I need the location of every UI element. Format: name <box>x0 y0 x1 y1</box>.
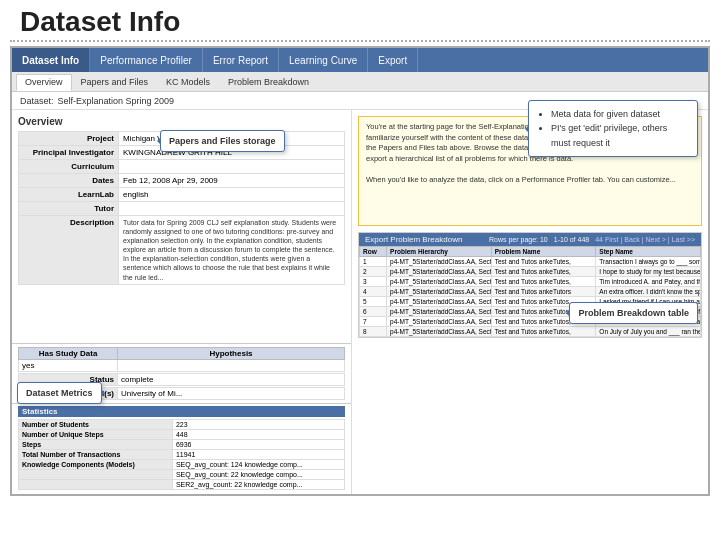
main-ui-panel: Dataset Info Performance Profiler Error … <box>10 46 710 496</box>
table-row: SEQ_avg_count: 22 knowledge compo... <box>19 470 345 480</box>
sub-tab-overview[interactable]: Overview <box>16 74 72 91</box>
table-row: Number of Students 223 <box>19 420 345 430</box>
overview-title: Overview <box>18 116 345 127</box>
tab-learning-curve[interactable]: Learning Curve <box>279 48 368 72</box>
table-cell: 6 <box>360 307 387 317</box>
row-key: Tutor <box>19 202 119 216</box>
table-cell: 7 <box>360 317 387 327</box>
table-cell: p4-MT_5Starter/addClass.AA, Section W <box>387 277 492 287</box>
statistics-title: Statistics <box>18 406 345 417</box>
stat-label: Knowledge Components (Models) <box>19 460 173 470</box>
table-row: Description Tutor data for Spring 2009 C… <box>19 216 345 285</box>
sub-tab-kc-models[interactable]: KC Models <box>157 74 219 91</box>
stat-label: Number of Unique Steps <box>19 430 173 440</box>
table-cell: Test and Tutos ankeTutes, <box>491 267 596 277</box>
row-value <box>119 202 345 216</box>
tab-performance-profiler[interactable]: Performance Profiler <box>90 48 203 72</box>
tab-error-report[interactable]: Error Report <box>203 48 279 72</box>
callout-papers-label: Papers and Files storage <box>169 136 276 146</box>
row-key: Description <box>19 216 119 285</box>
stat-label: Total Number of Transactions <box>19 450 173 460</box>
callout-problem-breakdown: Problem Breakdown table <box>569 302 698 324</box>
table-row: 8p4-MT_5Starter/addClass.AA, Section WTe… <box>360 327 701 337</box>
table-cell: 3 <box>360 277 387 287</box>
callout-meta-data: Meta data for given dataset PI's get 'ed… <box>528 100 698 157</box>
sub-tab-papers-files[interactable]: Papers and Files <box>72 74 158 91</box>
dataset-label: Dataset: <box>20 96 54 106</box>
dataset-name: Self-Explanation Spring 2009 <box>58 96 175 106</box>
col-problem-hierarchy: Problem Hierarchy <box>387 247 492 257</box>
table-row: Tutor <box>19 202 345 216</box>
stat-label <box>19 470 173 480</box>
table-cell: p4-MT_5Starter/addClass.AA, Section W <box>387 317 492 327</box>
table-cell: Test and Tutos ankeTutes, <box>491 277 596 287</box>
table-row: 4p4-MT_5Starter/addClass.AA, Section WTe… <box>360 287 701 297</box>
table-cell: Test and Tutos ankeTutos, <box>491 327 596 337</box>
stat-value: SEQ_avg_count: 124 knowledge comp... <box>172 460 344 470</box>
callout-dataset-metrics: Dataset Metrics <box>17 382 102 404</box>
table-row: Dates Feb 12, 2008 Apr 29, 2009 <box>19 174 345 188</box>
overview-table: Project Michigan Writing Tutor (public) … <box>18 131 345 285</box>
callout-breakdown-label: Problem Breakdown table <box>578 308 689 318</box>
col-step-name: Step Name <box>596 247 701 257</box>
table-cell: p4-MT_5Starter/addClass.AA, Section W <box>387 257 492 267</box>
tab-dataset-info[interactable]: Dataset Info <box>12 48 90 72</box>
table-row: LearnLab english <box>19 188 345 202</box>
row-value: Tutor data for Spring 2009 CLJ self expl… <box>119 216 345 285</box>
callout-papers-files: Papers and Files storage <box>160 130 285 152</box>
sub-tab-problem-breakdown[interactable]: Problem Breakdown <box>219 74 318 91</box>
table-row: 2p4-MT_5Starter/addClass.AA, Section WTe… <box>360 267 701 277</box>
pagination-nav[interactable]: 44 First | Back | Next > | Last >> <box>595 236 695 243</box>
slide-title-bar: Dataset Info <box>0 0 720 40</box>
table-row: Number of Unique Steps 448 <box>19 430 345 440</box>
schools-value: University of Mi... <box>118 387 345 400</box>
stat-label: Steps <box>19 440 173 450</box>
export-controls: Rows per page: 10 1-10 of 448 44 First |… <box>489 236 695 243</box>
meta-bullet-2: PI's get 'edit' privilege, others must r… <box>551 121 689 150</box>
table-cell: 5 <box>360 297 387 307</box>
row-key: Principal Investigator <box>19 146 119 160</box>
table-row: Knowledge Components (Models) SEQ_avg_co… <box>19 460 345 470</box>
description-text: Tutor data for Spring 2009 CLJ self expl… <box>123 218 340 282</box>
table-row: 1p4-MT_5Starter/addClass.AA, Section WTe… <box>360 257 701 267</box>
tab-export[interactable]: Export <box>368 48 418 72</box>
row-key: Curriculum <box>19 160 119 174</box>
table-cell: Tim introduced A. and Patey, and the gir… <box>596 277 701 287</box>
table-cell: Test and Tutos ankeTutors <box>491 287 596 297</box>
stat-label <box>19 480 173 490</box>
table-row: 3p4-MT_5Starter/addClass.AA, Section WTe… <box>360 277 701 287</box>
table-cell: 8 <box>360 327 387 337</box>
row-value: english <box>119 188 345 202</box>
col-row: Row <box>360 247 387 257</box>
row-key: Project <box>19 132 119 146</box>
table-cell: I hope to study for my test because ___ … <box>596 267 701 277</box>
table-cell: An extra officer. I didn't know the spee… <box>596 287 701 297</box>
export-header: Export Problem Breakdown Rows per page: … <box>359 233 701 246</box>
table-cell: 4 <box>360 287 387 297</box>
callout-metrics-label: Dataset Metrics <box>26 388 93 398</box>
statistics-table: Number of Students 223 Number of Unique … <box>18 419 345 490</box>
meta-bullet-1: Meta data for given dataset <box>551 107 689 121</box>
sub-nav-tabs: Overview Papers and Files KC Models Prob… <box>12 72 708 92</box>
col-problem-name: Problem Name <box>491 247 596 257</box>
table-row: Curriculum <box>19 160 345 174</box>
export-title: Export Problem Breakdown <box>365 235 462 244</box>
stat-value: 223 <box>172 420 344 430</box>
page-title: Dataset Info <box>20 6 180 37</box>
table-row: SER2_avg_count: 22 knowledge comp... <box>19 480 345 490</box>
table-cell: p4-MT_5Starter/addClass.AA, Section W <box>387 287 492 297</box>
row-value <box>119 160 345 174</box>
pagination-info: 1-10 of 448 <box>554 236 589 243</box>
stat-value: 448 <box>172 430 344 440</box>
hypothesis-header: Hypothesis <box>118 347 345 360</box>
has-study-data-header: Has Study Data <box>18 347 118 360</box>
stat-label: Number of Students <box>19 420 173 430</box>
table-cell: Test and Tutos ankeTutes, <box>491 257 596 267</box>
stat-value: 11941 <box>172 450 344 460</box>
info-text-2: When you'd like to analyze the data, cli… <box>366 175 694 186</box>
row-value: Feb 12, 2008 Apr 29, 2009 <box>119 174 345 188</box>
row-key: LearnLab <box>19 188 119 202</box>
table-cell: On July of July you and ___ ran the [scr… <box>596 327 701 337</box>
table-cell: p4-MT_5Starter/addClass.AA, Section W <box>387 307 492 317</box>
statistics-section: Statistics Number of Students 223 Number… <box>12 403 351 494</box>
